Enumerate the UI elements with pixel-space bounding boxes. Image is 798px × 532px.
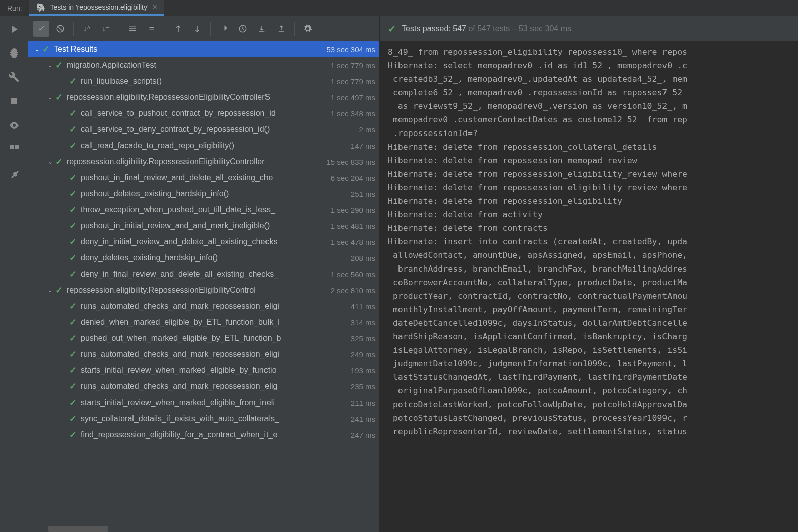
debug-icon[interactable]	[8, 47, 20, 59]
status-bar: ✓ Tests passed: 547 of 547 tests – 53 se…	[380, 16, 798, 41]
pass-icon: ✓	[69, 76, 77, 87]
next-failed-button[interactable]	[189, 21, 205, 37]
pin-icon[interactable]	[8, 168, 20, 180]
test-time: 6 sec 204 ms	[327, 174, 375, 182]
separator	[73, 22, 74, 36]
chevron-down-icon[interactable]: ⌄	[45, 62, 55, 69]
test-label: throw_exception_when_pushed_out_till_dat…	[81, 205, 327, 214]
tree-test[interactable]: ✓call_service_to_pushout_contract_by_rep…	[28, 105, 379, 121]
tab-active[interactable]: 🐘 Tests in 'repossession.eligibility' ×	[29, 0, 164, 16]
test-label: repossession.eligibility.RepossessionEli…	[67, 286, 327, 295]
tree-test[interactable]: ✓call_service_to_deny_contract_by_reposs…	[28, 121, 379, 138]
test-time: 1 sec 348 ms	[327, 109, 375, 118]
tree-test[interactable]: ✓deny_in_final_review_and_delete_all_exi…	[28, 266, 379, 282]
run-label: Run:	[0, 4, 29, 12]
stop-icon[interactable]	[8, 95, 20, 107]
test-label: runs_automated_checks_and_mark_repossess…	[81, 382, 347, 391]
chevron-down-icon[interactable]: ⌄	[45, 94, 55, 101]
test-panel: ↓ᴬ ↓≡	[28, 16, 379, 532]
tree-test[interactable]: ✓pushout_in_initial_review_and_and_mark_…	[28, 218, 379, 234]
tree-test[interactable]: ✓throw_exception_when_pushed_out_till_da…	[28, 202, 379, 218]
export-button[interactable]	[273, 21, 289, 37]
tree-test[interactable]: ✓starts_initial_review_when_marked_eligi…	[28, 362, 379, 378]
sort-duration-button[interactable]: ↓≡	[98, 21, 114, 37]
pass-icon: ✓	[69, 429, 77, 440]
test-toolbar: ↓ᴬ ↓≡	[28, 16, 379, 41]
tree-test[interactable]: ✓runs_automated_checks_and_mark_reposses…	[28, 378, 379, 394]
test-time: 1 sec 560 ms	[327, 270, 375, 279]
pass-icon: ✓	[69, 349, 77, 360]
console-output[interactable]: 8_49_ from repossession_eligibility repo…	[380, 41, 798, 532]
test-label: runs_automated_checks_and_mark_repossess…	[81, 302, 347, 311]
test-label: pushout_in_final_review_and_delete_all_e…	[81, 173, 327, 182]
test-label: find_repossession_eligibility_for_a_cont…	[81, 430, 347, 439]
wrench-icon[interactable]	[8, 71, 20, 83]
expand-all-button[interactable]	[124, 21, 141, 37]
test-time: 2 sec 810 ms	[327, 286, 375, 295]
tree-test[interactable]: ✓sync_collateral_details_if_exists_with_…	[28, 411, 379, 427]
chevron-down-icon[interactable]: ⌄	[32, 46, 42, 53]
show-ignored-button[interactable]	[52, 21, 68, 37]
test-label: migration.ApplicationTest	[67, 61, 327, 70]
tree-root[interactable]: ⌄ ✓ Test Results 53 sec 304 ms	[28, 41, 379, 57]
tree-test[interactable]: ✓pushed_out_when_marked_eligible_by_ETL_…	[28, 330, 379, 346]
pass-icon: ✓	[55, 156, 63, 167]
tree-group[interactable]: ⌄✓repossession.eligibility.RepossessionE…	[28, 282, 379, 298]
tree-test[interactable]: ✓pushout_in_final_review_and_delete_all_…	[28, 170, 379, 186]
pass-icon: ✓	[55, 60, 63, 71]
collapse-all-button[interactable]	[144, 21, 160, 37]
tree-group[interactable]: ⌄✓repossession.eligibility.RepossessionE…	[28, 89, 379, 105]
status-text: Tests passed: 547 of 547 tests – 53 sec …	[402, 24, 571, 33]
scrollbar-thumb[interactable]	[48, 526, 108, 532]
tree-test[interactable]: ✓deny_in_initial_review_and_delete_all_e…	[28, 234, 379, 250]
test-time: 1 sec 481 ms	[327, 222, 375, 230]
tree-group[interactable]: ⌄✓repossession.eligibility.RepossessionE…	[28, 154, 379, 170]
test-time: 193 ms	[347, 366, 375, 375]
history-button[interactable]	[235, 21, 251, 37]
tree-test[interactable]: ✓starts_initial_review_when_marked_eligi…	[28, 394, 379, 411]
run-icon[interactable]	[8, 23, 20, 35]
layout-icon[interactable]	[8, 144, 20, 156]
pass-icon: ✓	[69, 365, 77, 376]
test-time: 53 sec 304 ms	[322, 45, 375, 54]
test-label: repossession.eligibility.RepossessionEli…	[67, 157, 322, 166]
pass-icon: ✓	[69, 333, 77, 344]
watch-icon[interactable]	[8, 119, 20, 131]
import-button[interactable]	[254, 21, 270, 37]
test-time: 15 sec 833 ms	[322, 158, 375, 166]
tree-test[interactable]: ✓call_read_facade_to_read_repo_eligibili…	[28, 138, 379, 154]
tree-test[interactable]: ✓run_liquibase_scripts()1 sec 779 ms	[28, 73, 379, 89]
test-label: pushed_out_when_marked_eligible_by_ETL_f…	[81, 334, 347, 343]
close-icon[interactable]: ×	[153, 3, 157, 12]
prev-failed-button[interactable]	[170, 21, 186, 37]
rerun-failed-button[interactable]	[216, 21, 232, 37]
tree-test[interactable]: ✓find_repossession_eligibility_for_a_con…	[28, 427, 379, 443]
tree-test[interactable]: ✓pushout_deletes_existing_hardskip_info(…	[28, 186, 379, 202]
main: ↓ᴬ ↓≡	[0, 16, 798, 532]
pass-icon: ✓	[69, 188, 77, 199]
show-passed-button[interactable]	[33, 21, 49, 37]
test-time: 1 sec 497 ms	[327, 93, 375, 102]
test-label: runs_automated_checks_and_mark_repossess…	[81, 350, 347, 359]
test-label: call_service_to_deny_contract_by_reposse…	[81, 125, 355, 134]
test-tree[interactable]: ⌄ ✓ Test Results 53 sec 304 ms ⌄✓migrati…	[28, 41, 379, 526]
test-time: 251 ms	[347, 190, 375, 198]
tree-test[interactable]: ✓runs_automated_checks_and_mark_reposses…	[28, 298, 379, 314]
tree-test[interactable]: ✓denied_when_marked_eligible_by_ETL_func…	[28, 314, 379, 330]
chevron-down-icon[interactable]: ⌄	[45, 287, 55, 294]
pass-icon: ✓	[69, 381, 77, 392]
gradle-icon: 🐘	[36, 3, 46, 12]
tab-title: Tests in 'repossession.eligibility'	[50, 3, 149, 11]
sort-alpha-button[interactable]: ↓ᴬ	[79, 21, 95, 37]
tree-test[interactable]: ✓runs_automated_checks_and_mark_reposses…	[28, 346, 379, 362]
svg-rect-1	[10, 145, 14, 149]
svg-rect-2	[15, 145, 19, 149]
horizontal-scrollbar[interactable]	[28, 526, 379, 532]
test-time: 411 ms	[347, 302, 375, 311]
gear-icon[interactable]	[300, 21, 316, 37]
test-label: deny_deletes_existing_hardskip_info()	[81, 253, 347, 262]
pass-icon: ✓	[69, 220, 77, 231]
chevron-down-icon[interactable]: ⌄	[45, 158, 55, 165]
tree-group[interactable]: ⌄✓migration.ApplicationTest1 sec 779 ms	[28, 57, 379, 73]
tree-test[interactable]: ✓deny_deletes_existing_hardskip_info()20…	[28, 250, 379, 266]
